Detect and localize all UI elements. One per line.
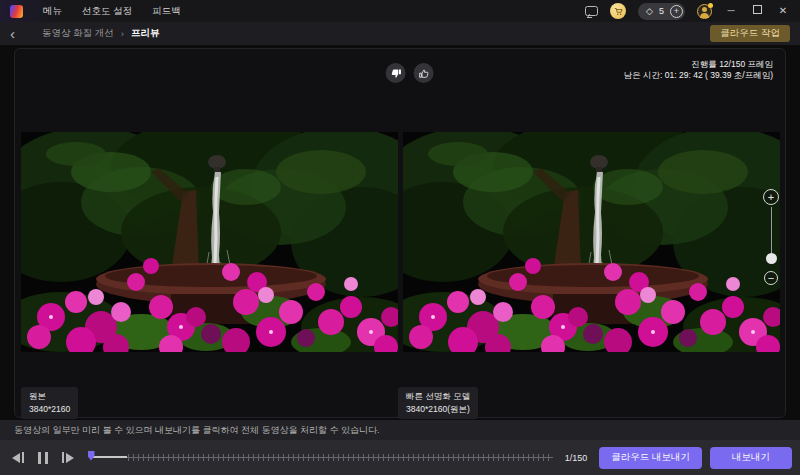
chat-icon[interactable] bbox=[585, 6, 598, 16]
breadcrumb-separator: › bbox=[121, 28, 124, 39]
timeline[interactable] bbox=[88, 451, 553, 465]
maximize-button[interactable] bbox=[750, 0, 764, 22]
original-label: 원본 3840*2160 bbox=[21, 387, 78, 419]
progress-frames: 진행률 12/150 프레임 bbox=[624, 59, 773, 70]
preferences-button[interactable]: 선호도 설정 bbox=[82, 5, 132, 18]
feedback-buttons bbox=[386, 63, 434, 83]
breadcrumb-section[interactable]: 동영상 화질 개선 bbox=[42, 27, 114, 40]
app-logo-icon bbox=[10, 5, 23, 18]
credits-count: 5 bbox=[659, 6, 664, 16]
zoom-in-button[interactable]: + bbox=[763, 189, 779, 205]
enhanced-label-resolution: 3840*2160(원본) bbox=[406, 403, 470, 416]
zoom-slider: + − bbox=[762, 189, 780, 293]
breadcrumb: 동영상 화질 개선 › 프리뷰 bbox=[42, 27, 159, 40]
enhanced-label-title: 빠른 선명화 모델 bbox=[406, 390, 470, 403]
minimize-button[interactable]: ─ bbox=[724, 0, 738, 22]
notice-text: 동영상의 일부만 미리 볼 수 있으며 내보내기를 클릭하여 전체 동영상을 처… bbox=[14, 424, 380, 437]
app-window: 메뉴 선호도 설정 피드백 ◇ 5 + ─ ✕ ‹ 동영상 화질 개선 › bbox=[0, 0, 800, 475]
preview-panel: 진행률 12/150 프레임 남은 시간: 01: 29: 42 ( 39.39… bbox=[14, 48, 786, 418]
timeline-elapsed bbox=[93, 456, 127, 458]
preview-image-enhanced bbox=[403, 132, 780, 352]
thumbs-down-button[interactable] bbox=[386, 63, 406, 83]
pause-button[interactable] bbox=[38, 450, 48, 466]
original-label-resolution: 3840*2160 bbox=[29, 403, 70, 416]
store-coin-icon[interactable] bbox=[610, 3, 626, 19]
progress-time-remaining: 남은 시간: 01: 29: 42 ( 39.39 초/프레임) bbox=[624, 70, 773, 81]
account-icon[interactable] bbox=[697, 4, 712, 19]
navbar: ‹ 동영상 화질 개선 › 프리뷰 클라우드 작업 bbox=[0, 22, 800, 45]
menu-button[interactable]: 메뉴 bbox=[43, 5, 62, 18]
cloud-job-button[interactable]: 클라우드 작업 bbox=[710, 25, 790, 42]
notification-dot bbox=[708, 3, 713, 8]
step-forward-icon bbox=[66, 453, 74, 463]
thumbs-up-button[interactable] bbox=[414, 63, 434, 83]
zoom-slider-track[interactable] bbox=[771, 207, 773, 259]
timeline-ticks bbox=[128, 454, 553, 461]
titlebar: 메뉴 선호도 설정 피드백 ◇ 5 + ─ ✕ bbox=[0, 0, 800, 22]
playhead[interactable] bbox=[88, 451, 95, 461]
frame-counter: 1/150 bbox=[565, 453, 588, 463]
back-button[interactable]: ‹ bbox=[10, 24, 26, 44]
add-credits-icon[interactable]: + bbox=[670, 5, 683, 18]
previous-frame-button[interactable] bbox=[12, 450, 24, 466]
thumbs-down-icon bbox=[390, 68, 401, 79]
enhanced-label: 빠른 선명화 모델 3840*2160(원본) bbox=[398, 387, 478, 419]
progress-info: 진행률 12/150 프레임 남은 시간: 01: 29: 42 ( 39.39… bbox=[624, 59, 773, 81]
credits-pill[interactable]: ◇ 5 + bbox=[638, 3, 685, 20]
notice-bar: 동영상의 일부만 미리 볼 수 있으며 내보내기를 클릭하여 전체 동영상을 처… bbox=[0, 420, 800, 440]
thumbs-up-icon bbox=[418, 68, 429, 79]
pause-icon bbox=[38, 452, 41, 464]
next-frame-button[interactable] bbox=[62, 450, 74, 466]
original-label-title: 원본 bbox=[29, 390, 70, 403]
diamond-icon: ◇ bbox=[646, 7, 653, 16]
maximize-icon bbox=[753, 5, 762, 14]
zoom-out-button[interactable]: − bbox=[764, 271, 778, 285]
titlebar-right-cluster: ◇ 5 + ─ ✕ bbox=[585, 0, 790, 22]
export-button[interactable]: 내보내기 bbox=[710, 447, 792, 469]
comparison-images bbox=[21, 132, 780, 352]
step-back-bar bbox=[22, 452, 25, 463]
breadcrumb-page: 프리뷰 bbox=[131, 27, 160, 40]
cloud-export-button[interactable]: 클라우드 내보내기 bbox=[599, 447, 702, 469]
step-forward-bar bbox=[62, 452, 65, 463]
feedback-button[interactable]: 피드백 bbox=[152, 5, 181, 18]
preview-image-original bbox=[21, 132, 398, 352]
zoom-slider-handle[interactable] bbox=[766, 253, 777, 264]
close-button[interactable]: ✕ bbox=[776, 0, 790, 22]
step-back-icon bbox=[12, 453, 20, 463]
player-control-bar: 1/150 클라우드 내보내기 내보내기 bbox=[0, 440, 800, 475]
transport-controls bbox=[8, 450, 74, 466]
